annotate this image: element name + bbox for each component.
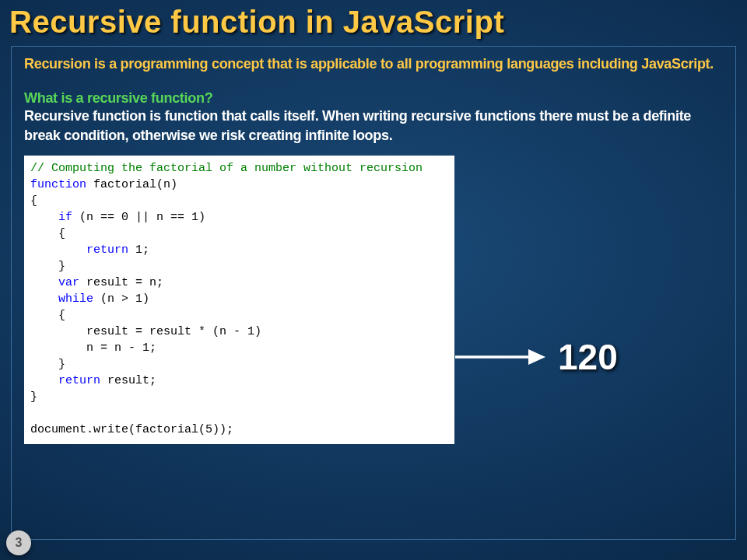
code-block: // Computing the factorial of a number w… (24, 156, 454, 444)
code-text: } (30, 358, 65, 371)
code-text: document.write(factorial(5)); (30, 423, 233, 436)
code-kw: if (58, 211, 72, 224)
svg-marker-1 (528, 349, 545, 365)
page-number-badge: 3 (6, 530, 31, 555)
code-text: factorial(n) (86, 178, 177, 191)
code-text (30, 374, 58, 387)
code-text (30, 276, 58, 289)
question-heading: What is a recursive function? (24, 90, 723, 107)
code-kw: function (30, 178, 86, 191)
result-value: 120 (558, 336, 618, 378)
code-text (30, 243, 86, 257)
code-text: result = n; (79, 276, 163, 289)
code-text: { (30, 227, 65, 240)
code-kw: return (58, 374, 100, 387)
result-callout: 120 (454, 336, 618, 378)
intro-text: Recursion is a programming concept that … (24, 54, 723, 73)
code-text: { (30, 194, 37, 208)
arrow-right-icon (454, 341, 547, 373)
code-text: (n > 1) (93, 292, 149, 306)
code-kw: var (58, 276, 79, 289)
code-comment: // Computing the factorial of a number w… (30, 162, 423, 175)
content-box: Recursion is a programming concept that … (11, 46, 736, 540)
code-text: } (30, 390, 37, 404)
code-text: result; (100, 374, 156, 387)
code-text (30, 211, 58, 224)
code-text: { (30, 309, 65, 322)
code-text: 1; (128, 243, 149, 257)
answer-text: Recursive function is function that call… (24, 107, 723, 145)
code-kw: while (58, 292, 93, 306)
code-text: result = result * (n - 1) (30, 325, 261, 338)
code-text (30, 292, 58, 306)
code-text: (n == 0 || n == 1) (72, 211, 205, 224)
page-number: 3 (16, 536, 23, 550)
code-text: } (30, 260, 65, 273)
code-kw: return (86, 243, 128, 257)
code-text: n = n - 1; (30, 341, 156, 355)
slide-title: Recursive function in JavaScript (0, 0, 747, 40)
